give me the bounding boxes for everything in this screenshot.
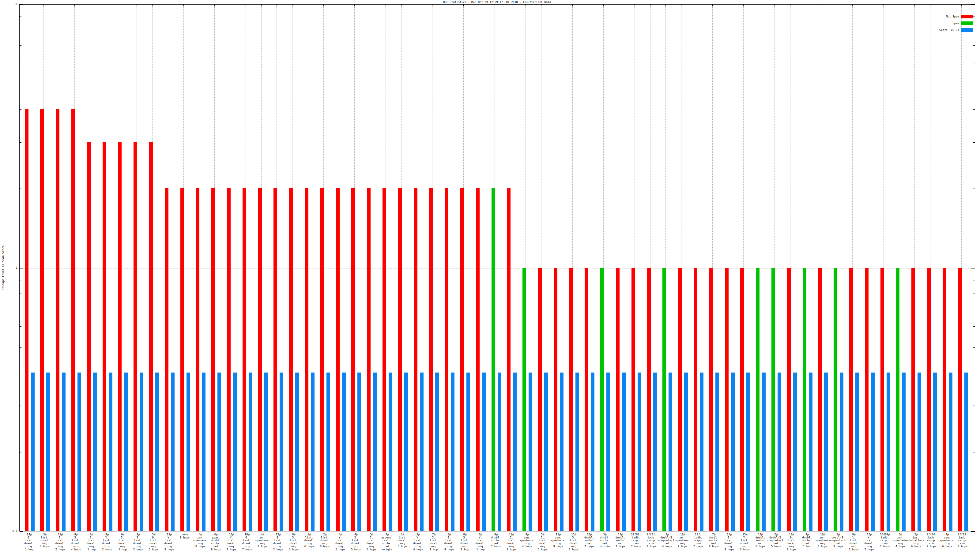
score-bar [622,373,626,531]
score-bar [606,373,610,531]
top-tick-mark [728,5,728,6]
y-tick-mark [973,30,975,30]
top-tick-mark [370,5,370,6]
y-tick-mark [20,109,21,110]
top-tick-mark [121,5,121,6]
y-tick-mark [973,63,975,64]
not-spam-count-bar [351,188,355,531]
not-spam-count-bar [569,268,573,531]
not-spam-count-bar [40,109,44,531]
y-tick-mark [973,189,975,189]
y-tick-mark [20,326,21,327]
y-tick-mark [973,309,975,309]
spam-count-bar [803,268,807,531]
top-tick-mark [743,5,744,6]
not-spam-count-bar [865,268,869,531]
score-bar [280,373,283,531]
score-bar [638,373,641,531]
score-bar [218,373,221,531]
top-tick-mark [665,5,666,6]
chart-title: RBL Statistics - Mon Oct 29 12:59:17 EDT… [19,1,975,4]
top-tick-mark [837,5,837,6]
top-tick-mark [292,5,293,6]
spam-count-bar [492,188,495,531]
not-spam-count-bar [56,109,59,531]
top-tick-mark [790,5,791,6]
not-spam-count-bar [476,188,480,531]
score-bar [715,373,719,531]
spam-count-bar [522,268,526,531]
top-tick-mark [277,5,277,6]
top-tick-mark [525,5,526,6]
not-spam-count-bar [445,188,449,531]
score-bar [342,373,346,531]
score-bar [793,373,797,531]
spam-count-bar [662,268,666,531]
not-spam-count-bar [149,142,153,531]
score-bar [762,373,766,531]
rbl-statistics-chart: RBL Statistics - Mon Oct 29 12:59:17 EDT… [0,0,980,551]
score-bar [186,373,190,531]
score-bar [778,373,781,531]
y-tick-mark [973,142,975,143]
y-tick-mark [20,294,21,294]
not-spam-count-bar [678,268,682,531]
score-bar [746,373,750,531]
top-tick-mark [883,5,884,6]
not-spam-count-bar [211,188,215,531]
not-spam-count-bar [258,188,262,531]
score-bar [249,373,252,531]
not-spam-count-bar [740,268,744,531]
score-bar [528,373,532,531]
top-tick-mark [510,5,510,6]
not-spam-count-bar [694,268,697,531]
score-bar [435,373,439,531]
not-spam-count-bar [725,268,729,531]
top-tick-mark [323,5,324,6]
not-spam-count-bar [134,142,137,531]
not-spam-count-bar [25,109,29,531]
score-bar [918,373,921,531]
not-spam-count-bar [849,268,853,531]
y-tick-label: 1 [4,266,18,269]
y-tick-label: 0.1 [4,530,18,533]
top-tick-mark [463,5,464,6]
score-bar [451,373,455,531]
score-bar [109,373,112,531]
not-spam-count-bar [382,188,386,531]
top-tick-mark [852,5,853,6]
score-bar [171,373,175,531]
not-spam-count-bar [912,268,915,531]
spam-count-bar [756,268,759,531]
score-bar [591,373,595,531]
spam-count-bar [896,268,899,531]
score-bar [576,373,579,531]
not-spam-count-bar [367,188,371,531]
not-spam-count-bar [72,109,75,531]
not-spam-count-bar [305,188,309,531]
y-tick-mark [20,30,21,30]
score-bar [389,373,392,531]
y-tick-mark [20,5,23,5]
not-spam-count-bar [632,268,635,531]
top-tick-mark [448,5,448,6]
legend-swatch [961,28,973,32]
score-bar [311,373,315,531]
score-bar [482,373,486,531]
top-tick-mark [106,5,106,6]
top-tick-mark [681,5,681,6]
legend-swatch [961,21,973,25]
score-bar [233,373,237,531]
not-spam-count-bar [647,268,651,531]
score-bar [202,373,205,531]
legend-label: Spam [953,21,959,25]
top-tick-mark [603,5,604,6]
y-tick-mark [971,268,975,268]
top-tick-mark [619,5,619,6]
score-bar [700,373,703,531]
not-spam-count-bar [709,268,713,531]
y-tick-mark [973,373,975,373]
top-tick-mark [588,5,588,6]
y-tick-mark [20,373,21,373]
top-tick-mark [385,5,386,6]
